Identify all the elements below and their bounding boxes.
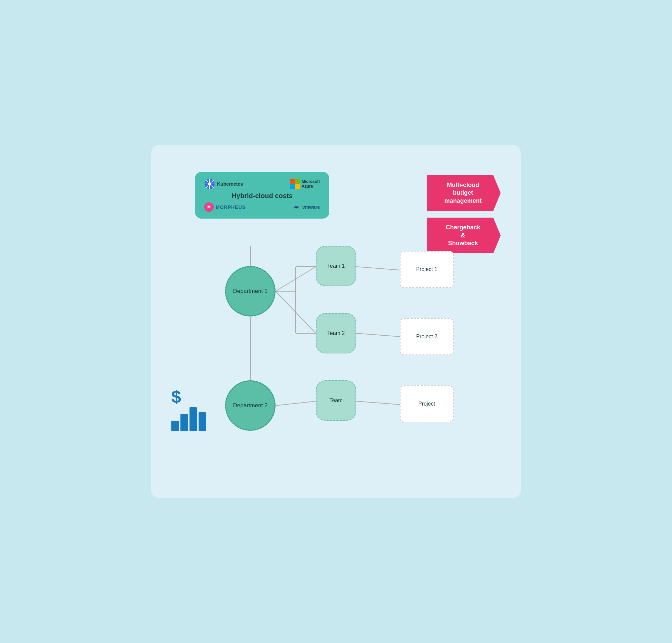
team-2-node: Team 2 [316, 313, 356, 353]
department-2-node: Department 2 [225, 380, 275, 431]
vmware-label: vmware [302, 205, 320, 210]
vmware-logo: vmware [292, 204, 320, 210]
project-1-label: Project 1 [416, 266, 437, 272]
bar-4 [199, 412, 206, 431]
azure-logo: Microsoft Azure [290, 179, 320, 189]
hybrid-cloud-title: Hybrid-cloud costs [204, 192, 320, 200]
chargeback-badge-label: Chargeback&Showback [446, 224, 480, 246]
department-1-node: Department 1 [225, 266, 275, 316]
bar-2 [181, 414, 188, 431]
vmware-icon [292, 204, 301, 210]
svg-point-1 [208, 182, 211, 186]
project-2-label: Project 2 [416, 333, 437, 340]
department-1-label: Department 1 [233, 288, 268, 295]
org-chart: Department 1 Department 2 Team 1 Team 2 … [151, 246, 521, 498]
project-1-node: Project 1 [400, 251, 453, 288]
team-2-label: Team 2 [327, 330, 345, 336]
svg-line-13 [275, 291, 316, 333]
hybrid-cloud-box: Kubernetes Microsoft Azure Hybrid-cloud … [195, 172, 329, 219]
main-card: Kubernetes Microsoft Azure Hybrid-cloud … [151, 145, 521, 498]
azure-grid-icon [290, 179, 300, 189]
project-2-node: Project 2 [400, 318, 453, 355]
team-1-label: Team 1 [327, 263, 345, 269]
team-1-node: Team 1 [316, 246, 356, 286]
bar-chart [171, 407, 206, 431]
bar-1 [171, 421, 179, 431]
morpheus-icon: M [204, 203, 214, 212]
kubernetes-logo: Kubernetes [204, 179, 243, 189]
dollar-sign: $ [171, 388, 206, 405]
morpheus-logo: M MORPHEUS [204, 203, 246, 212]
azure-label-line2: Azure [302, 184, 320, 189]
team-3-label: Team [329, 398, 343, 403]
multicloud-badge: Multi-cloudbudgetmanagement [427, 175, 501, 211]
dollar-chart-icon: $ [171, 388, 206, 431]
project-3-node: Project [400, 385, 453, 422]
svg-line-12 [275, 267, 316, 291]
badge-container: Multi-cloudbudgetmanagement Chargeback&S… [427, 175, 501, 253]
svg-line-18 [356, 267, 400, 270]
morpheus-label: MORPHEUS [216, 205, 246, 210]
azure-label-line1: Microsoft [302, 179, 320, 184]
svg-line-20 [275, 401, 316, 405]
kubernetes-label: Kubernetes [217, 181, 243, 187]
svg-line-19 [356, 333, 400, 337]
multicloud-badge-label: Multi-cloudbudgetmanagement [444, 182, 482, 204]
department-2-label: Department 2 [233, 402, 268, 409]
team-3-node: Team [316, 380, 356, 421]
project-3-label: Project [418, 401, 435, 407]
bar-3 [189, 407, 197, 431]
svg-line-21 [356, 401, 400, 404]
